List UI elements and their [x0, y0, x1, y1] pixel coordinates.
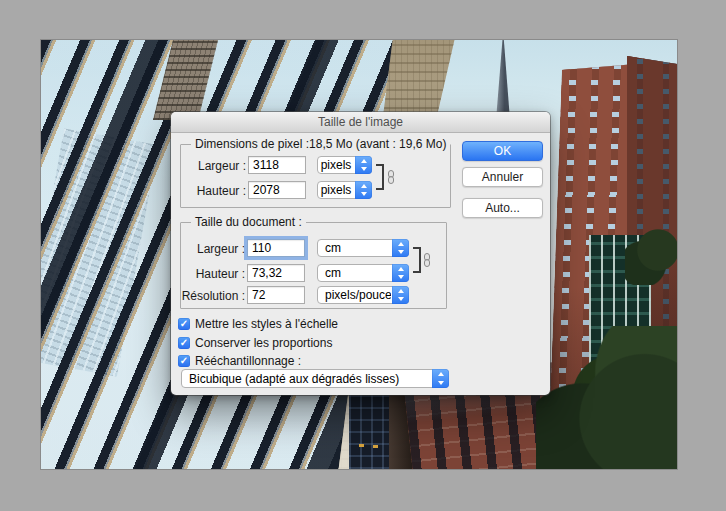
tree-foliage-upper — [625, 215, 677, 285]
stepper-down-icon — [398, 297, 404, 301]
stepper-down-icon — [361, 192, 367, 196]
stepper-down-icon — [361, 167, 367, 171]
scale-styles-checkbox[interactable]: ✓ — [178, 318, 190, 330]
checkmark-icon: ✓ — [180, 318, 188, 330]
stepper-control[interactable] — [392, 286, 409, 304]
constrain-proportions-checkbox[interactable]: ✓ — [178, 337, 190, 349]
checkmark-icon: ✓ — [180, 355, 188, 367]
pixel-width-input[interactable] — [248, 156, 306, 174]
window-lights — [359, 444, 364, 447]
stepper-up-icon — [361, 159, 367, 163]
unit-label: pixels — [318, 182, 354, 198]
stepper-control[interactable] — [392, 264, 409, 282]
resample-label: Rééchantillonnage : — [195, 354, 301, 368]
pixel-dimensions-group: Dimensions de pixel :18,5 Mo (avant : 19… — [180, 144, 451, 208]
unit-label: cm — [318, 265, 391, 281]
document-size-legend: Taille du document : — [191, 215, 306, 229]
pixel-height-input[interactable] — [248, 181, 306, 199]
resolution-input[interactable] — [247, 286, 305, 304]
dialog-title: Taille de l'image — [318, 115, 403, 129]
stepper-up-icon — [438, 372, 444, 376]
resample-checkbox[interactable]: ✓ — [178, 355, 190, 367]
pixel-height-label: Hauteur : — [172, 184, 246, 198]
resample-checkbox-row[interactable]: ✓ Rééchantillonnage : — [178, 354, 301, 368]
doc-width-input[interactable] — [247, 239, 305, 257]
scale-styles-checkbox-row[interactable]: ✓ Mettre les styles à l'échelle — [178, 317, 338, 331]
doc-width-label: Largeur : — [171, 242, 245, 256]
stepper-control[interactable] — [355, 181, 372, 199]
constrain-proportions-checkbox-row[interactable]: ✓ Conserver les proportions — [178, 336, 332, 350]
doc-height-input[interactable] — [247, 264, 305, 282]
stepper-control[interactable] — [432, 369, 449, 388]
tree-foliage — [536, 326, 677, 469]
stepper-up-icon — [361, 184, 367, 188]
resample-method-value: Bicubique (adapté aux dégradés lisses) — [182, 370, 431, 387]
pixel-width-label: Largeur : — [172, 159, 246, 173]
resolution-unit-select[interactable]: pixels/pouce — [317, 286, 409, 304]
stepper-control[interactable] — [355, 156, 372, 174]
unit-label: pixels/pouce — [318, 287, 391, 303]
link-bracket — [376, 164, 384, 190]
dark-glass-tower — [349, 392, 393, 469]
link-icon — [423, 253, 432, 268]
link-icon — [387, 170, 396, 185]
desktop: Taille de l'image Dimensions de pixel :1… — [0, 0, 726, 511]
unit-label: cm — [318, 240, 391, 256]
resolution-label: Résolution : — [171, 289, 245, 303]
unit-label: pixels — [318, 157, 354, 173]
stepper-up-icon — [398, 242, 404, 246]
doc-height-unit-select[interactable]: cm — [317, 264, 409, 282]
image-size-dialog: Taille de l'image Dimensions de pixel :1… — [171, 112, 550, 395]
auto-button[interactable]: Auto... — [462, 198, 543, 218]
scale-styles-label: Mettre les styles à l'échelle — [195, 317, 338, 331]
constrain-proportions-label: Conserver les proportions — [195, 336, 332, 350]
doc-height-label: Hauteur : — [171, 267, 245, 281]
pixel-dimensions-legend: Dimensions de pixel :18,5 Mo (avant : 19… — [191, 137, 450, 151]
dialog-titlebar[interactable]: Taille de l'image — [171, 112, 550, 133]
stepper-down-icon — [438, 381, 444, 385]
pixel-width-unit-select[interactable]: pixels — [317, 156, 372, 174]
ok-button[interactable]: OK — [462, 141, 543, 161]
resample-method-select[interactable]: Bicubique (adapté aux dégradés lisses) — [181, 369, 449, 388]
stepper-down-icon — [398, 250, 404, 254]
checkmark-icon: ✓ — [180, 337, 188, 349]
stepper-up-icon — [398, 289, 404, 293]
doc-width-unit-select[interactable]: cm — [317, 239, 409, 257]
stepper-down-icon — [398, 275, 404, 279]
cancel-button[interactable]: Annuler — [462, 167, 543, 187]
link-bracket — [413, 247, 421, 273]
stepper-control[interactable] — [392, 239, 409, 257]
pixel-height-unit-select[interactable]: pixels — [317, 181, 372, 199]
stepper-up-icon — [398, 267, 404, 271]
